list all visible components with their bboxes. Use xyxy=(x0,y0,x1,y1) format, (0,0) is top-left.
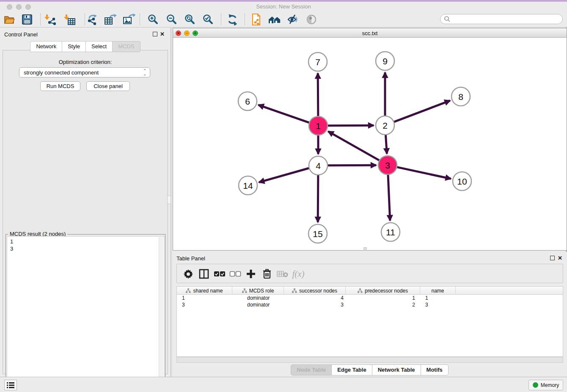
close-panel-button[interactable]: Close panel xyxy=(86,81,130,91)
graph-edge-4-15[interactable] xyxy=(318,175,318,222)
zoom-fit-icon[interactable] xyxy=(183,13,197,26)
task-history-button[interactable] xyxy=(4,380,17,390)
function-builder-icon-disabled: f(x) xyxy=(292,268,305,280)
table-cell[interactable]: 3 xyxy=(177,301,232,308)
graph-edge-3-1[interactable] xyxy=(328,131,379,160)
tab-select[interactable]: Select xyxy=(86,41,113,52)
splitter-grip[interactable] xyxy=(167,196,171,204)
graph-edge-1-2[interactable] xyxy=(328,125,374,126)
graph-node-label: 10 xyxy=(457,177,467,186)
table-cell[interactable]: dominator xyxy=(232,295,284,301)
graph-edge-2-3[interactable] xyxy=(385,135,387,154)
dropdown-value: strongly connected component xyxy=(24,69,99,76)
export-image-icon[interactable] xyxy=(122,13,136,26)
deselect-all-columns-icon[interactable] xyxy=(229,268,242,280)
show-column-icon[interactable] xyxy=(198,268,210,280)
search-input[interactable] xyxy=(451,16,562,22)
table-settings-gear-icon[interactable] xyxy=(182,268,195,280)
tab-mcds[interactable]: MCDS xyxy=(113,41,140,52)
memory-label: Memory xyxy=(541,382,559,388)
tab-edge-table[interactable]: Edge Table xyxy=(332,364,372,375)
toolbar-separator xyxy=(85,14,85,25)
table-header-row[interactable]: shared nameMCDS rolesuccessor nodesprede… xyxy=(177,287,563,295)
column-header-MCDS-role[interactable]: MCDS role xyxy=(232,287,284,295)
toolbar-separator xyxy=(245,14,245,25)
first-neighbors-icon[interactable] xyxy=(268,13,281,26)
table-cell[interactable]: dominator xyxy=(232,301,284,308)
graph-node-label: 2 xyxy=(383,121,388,130)
network-canvas[interactable]: 7968124314101511 xyxy=(173,38,567,250)
column-header-predecessor-nodes[interactable]: predecessor nodes xyxy=(346,287,420,295)
column-header-label: shared name xyxy=(193,288,223,294)
network-window-titlebar[interactable]: ✕ − + scc.txt xyxy=(173,28,567,38)
dropdown-chevrons-icon: ⌃⌄ xyxy=(143,69,146,76)
graph-node-label: 11 xyxy=(386,227,395,237)
main-toolbar xyxy=(0,12,567,28)
graph-edge-3-11[interactable] xyxy=(388,174,390,221)
graph-node-label: 3 xyxy=(385,160,390,170)
import-table-icon[interactable] xyxy=(63,13,77,26)
open-session-icon[interactable] xyxy=(3,13,16,26)
table-hscroll-area[interactable] xyxy=(176,357,563,363)
tab-node-table[interactable]: Node Table xyxy=(291,364,332,375)
table-cell[interactable]: 1 xyxy=(346,295,420,301)
table-cell[interactable]: 1 xyxy=(420,295,456,301)
table-toolbar: f(x) xyxy=(176,264,563,283)
zoom-in-icon[interactable] xyxy=(146,13,160,26)
canvas-scroll-grip[interactable] xyxy=(363,247,367,250)
float-panel-icon[interactable] xyxy=(153,32,157,36)
tab-network-table[interactable]: Network Table xyxy=(372,364,421,375)
mcds-tab-content: Optimization criterion: strongly connect… xyxy=(3,50,168,374)
clone-network-icon[interactable] xyxy=(249,13,263,26)
graph-edge-1-7[interactable] xyxy=(318,73,318,116)
toolbar-separator xyxy=(40,14,41,25)
export-table-icon[interactable] xyxy=(104,13,117,26)
graph-node-label: 15 xyxy=(313,229,322,239)
graph-node-label: 4 xyxy=(316,161,321,171)
column-type-icon xyxy=(292,288,297,293)
float-table-panel-icon[interactable] xyxy=(550,256,555,260)
tab-network[interactable]: Network xyxy=(30,41,62,52)
refresh-layout-icon[interactable] xyxy=(226,13,239,26)
import-network-icon[interactable] xyxy=(44,13,57,26)
column-header-shared-name[interactable]: shared name xyxy=(177,287,232,295)
show-all-icon[interactable] xyxy=(305,13,318,26)
table-panel: Table Panel ✕ xyxy=(172,252,567,377)
select-all-columns-icon[interactable] xyxy=(213,268,226,280)
graph-edge-4-14[interactable] xyxy=(259,168,309,182)
memory-button[interactable]: Memory xyxy=(528,380,563,390)
export-network-icon[interactable] xyxy=(86,13,99,26)
zoom-out-icon[interactable] xyxy=(165,13,179,26)
optimization-criterion-dropdown[interactable]: strongly connected component ⌃⌄ xyxy=(19,67,150,77)
run-mcds-button[interactable]: Run MCDS xyxy=(40,81,80,91)
table-row[interactable]: 1dominator411 xyxy=(177,295,563,301)
table-cell[interactable]: 2 xyxy=(346,301,420,308)
graph-edge-2-8[interactable] xyxy=(394,101,450,122)
table-panel-tabs: Node TableEdge TableNetwork TableMotifs xyxy=(172,364,567,375)
hide-selected-icon[interactable] xyxy=(286,13,300,26)
mcds-result-list[interactable]: 1 3 xyxy=(7,236,165,392)
graph-edge-3-10[interactable] xyxy=(397,167,451,179)
graph-edge-4-3[interactable] xyxy=(328,165,376,166)
network-view-window: ✕ − + scc.txt 7968124314101511 xyxy=(173,28,567,251)
add-column-icon[interactable] xyxy=(245,268,257,280)
search-box[interactable] xyxy=(440,14,563,24)
table-cell[interactable]: 1 xyxy=(177,295,232,301)
close-table-panel-icon[interactable]: ✕ xyxy=(558,255,562,261)
close-panel-icon[interactable]: ✕ xyxy=(160,31,165,37)
table-cell[interactable]: 4 xyxy=(284,295,346,301)
tab-style[interactable]: Style xyxy=(62,41,86,52)
tab-motifs[interactable]: Motifs xyxy=(421,364,449,375)
table-row[interactable]: 3dominator323 xyxy=(177,301,563,308)
graph-edge-1-6[interactable] xyxy=(259,105,310,123)
table-cell[interactable]: 3 xyxy=(420,301,456,308)
save-session-icon[interactable] xyxy=(20,13,34,26)
zoom-selected-icon[interactable] xyxy=(201,13,215,26)
table-cell[interactable]: 3 xyxy=(284,301,346,308)
result-scrollbar[interactable] xyxy=(159,237,164,392)
node-table[interactable]: shared nameMCDS rolesuccessor nodesprede… xyxy=(176,286,563,357)
delete-column-icon[interactable] xyxy=(261,268,273,280)
column-header-successor-nodes[interactable]: successor nodes xyxy=(284,287,346,295)
network-graph[interactable]: 7968124314101511 xyxy=(173,38,567,250)
column-header-name[interactable]: name xyxy=(420,287,456,295)
